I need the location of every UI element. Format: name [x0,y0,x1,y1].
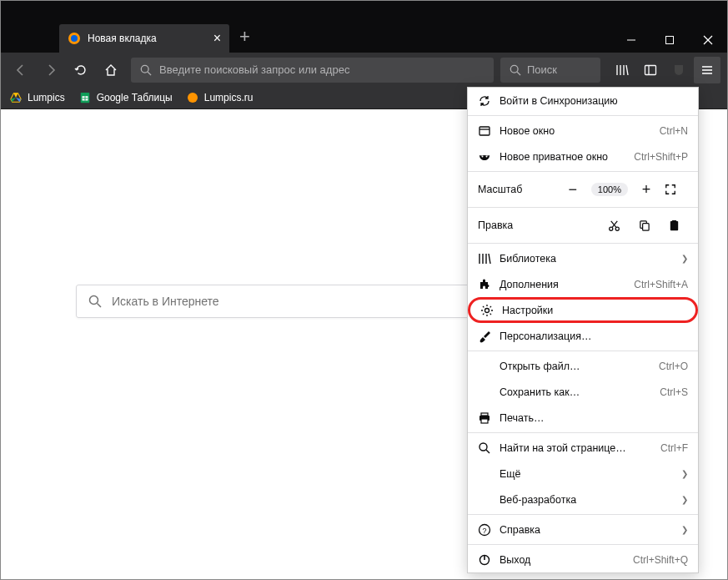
menu-library[interactable]: Библиотека ❯ [468,245,698,271]
menu-new-window[interactable]: Новое окно Ctrl+N [468,118,698,144]
svg-point-6 [141,65,148,73]
zoom-value: 100% [591,183,628,196]
svg-point-42 [479,443,487,451]
menu-open-file[interactable]: Открыть файл… Ctrl+O [468,353,698,379]
library-icon [478,252,491,265]
svg-point-28 [482,155,484,157]
close-icon[interactable]: × [213,31,221,46]
svg-rect-10 [645,65,656,74]
menu-save-as[interactable]: Сохранить как… Ctrl+S [468,379,698,405]
blank-icon [478,493,491,507]
separator [468,432,698,433]
menu-label: Печать… [500,412,688,424]
search-bar[interactable]: Поиск [500,58,600,83]
svg-point-31 [615,227,619,230]
blank-icon [478,386,491,399]
chevron-right-icon: ❯ [681,525,688,534]
menu-edit: Правка [468,209,698,241]
menu-label: Новое приватное окно [500,151,625,163]
menu-more[interactable]: Ещё ❯ [468,461,698,487]
svg-line-25 [98,304,102,308]
menu-help[interactable]: ? Справка ❯ [468,517,698,542]
library-button[interactable] [609,57,635,83]
favicon-icon [186,91,199,104]
svg-marker-16 [13,93,18,98]
zoom-label: Масштаб [478,184,555,195]
sidebar-button[interactable] [637,57,664,83]
bookmark-label: Lumpics.ru [204,92,254,103]
menu-addons[interactable]: Дополнения Ctrl+Shift+A [468,271,698,297]
url-bar[interactable]: Введите поисковый запрос или адрес [131,58,494,83]
bookmark-item[interactable]: Google Таблицы [78,91,173,104]
menu-label: Сохранить как… [500,386,651,398]
separator [468,514,698,515]
firefox-icon [68,32,81,45]
url-placeholder: Введите поисковый запрос или адрес [159,63,349,76]
menu-label: Персонализация… [500,330,688,342]
search-icon [478,441,491,455]
separator [468,544,698,545]
menu-customize[interactable]: Персонализация… [468,323,698,349]
menu-print[interactable]: Печать… [468,405,698,431]
zoom-in-button[interactable]: + [635,181,658,199]
blank-icon [478,467,491,481]
puzzle-icon [478,278,491,291]
menu-shortcut: Ctrl+Shift+P [634,151,688,163]
menu-find[interactable]: Найти на этой странице… Ctrl+F [468,435,698,461]
tab-active[interactable]: Новая вкладка × [59,24,229,53]
svg-line-7 [148,72,151,75]
mask-icon [478,150,491,164]
bookmark-item[interactable]: Lumpics.ru [186,91,254,104]
minimize-button[interactable] [612,28,650,53]
hamburger-menu-button[interactable] [694,57,720,83]
power-icon [478,553,491,567]
help-icon: ? [478,523,491,537]
menu-settings[interactable]: Настройки [468,297,698,323]
menu-exit[interactable]: Выход Ctrl+Shift+Q [468,547,698,572]
fullscreen-button[interactable] [665,184,688,195]
svg-point-8 [510,65,518,73]
brush-icon [478,330,491,343]
content-search-box[interactable]: Искать в Интернете [76,285,476,318]
window-icon [478,124,491,138]
paste-button[interactable] [668,219,688,232]
ublock-button[interactable] [665,57,692,83]
separator [468,207,698,208]
bookmark-label: Lumpics [28,92,65,103]
svg-point-30 [610,227,613,230]
blank-icon [478,360,491,373]
forward-button[interactable] [38,57,64,83]
back-button[interactable] [8,57,34,83]
menu-shortcut: Ctrl+O [659,361,688,372]
search-icon [88,295,102,308]
bookmark-label: Google Таблицы [97,92,173,103]
search-icon [139,63,153,77]
svg-line-43 [486,450,490,453]
copy-button[interactable] [638,219,658,232]
menu-label: Ещё [500,468,673,480]
zoom-out-button[interactable]: − [561,181,585,199]
search-placeholder: Поиск [527,63,557,76]
new-tab-button[interactable]: + [239,26,250,51]
menu-sync[interactable]: Войти в Синхронизацию [468,88,698,113]
svg-point-38 [485,308,490,312]
menu-label: Справка [500,524,673,536]
maximize-button[interactable] [650,28,689,53]
titlebar: Новая вкладка × + [1,1,727,53]
svg-point-1 [71,35,78,42]
separator [468,243,698,244]
menu-label: Открыть файл… [500,361,650,372]
home-button[interactable] [98,57,124,83]
menu-new-private[interactable]: Новое приватное окно Ctrl+Shift+P [468,144,698,169]
reload-button[interactable] [68,57,94,83]
menu-devtools[interactable]: Веб-разработка ❯ [468,487,698,512]
menu-label: Войти в Синхронизацию [500,95,688,107]
svg-rect-35 [643,223,650,229]
svg-line-9 [517,72,520,75]
close-button[interactable] [689,28,727,53]
cut-button[interactable] [608,219,628,232]
search-icon [509,63,522,77]
svg-point-29 [486,155,488,157]
menu-label: Библиотека [500,253,673,265]
bookmark-item[interactable]: Lumpics [9,91,65,104]
